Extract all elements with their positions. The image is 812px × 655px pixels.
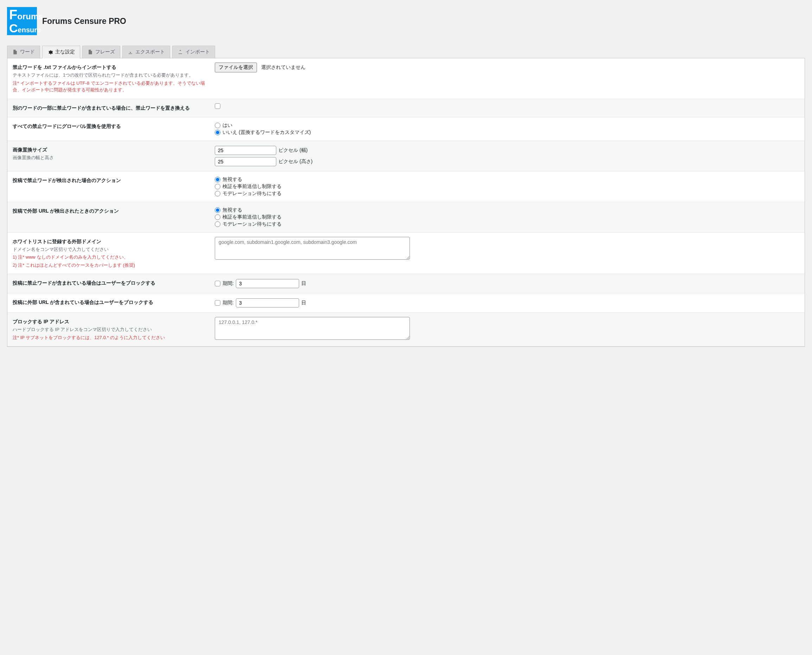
radio-global-no[interactable] xyxy=(215,130,220,135)
settings-panel: 禁止ワードを .txt ファイルからインポートする テキストファイルには、1つの… xyxy=(7,58,805,347)
upload-icon xyxy=(177,49,183,55)
input-image-width[interactable] xyxy=(215,146,276,155)
desc-image-size: 画像置換の幅と高さ xyxy=(13,154,208,161)
tabs: ワード 主な設定 フレーズ エクスポート インポート xyxy=(7,46,805,58)
radio-global-no-label[interactable]: いいえ (置換するワードをカスタマイズ) xyxy=(215,129,799,135)
document-icon xyxy=(12,49,18,55)
tab-export[interactable]: エクスポート xyxy=(122,46,170,58)
gear-icon xyxy=(48,49,53,55)
radio-word-moderate[interactable] xyxy=(215,191,220,197)
desc-block-ip: ハードブロックする IP アドレスをコンマ区切りで入力してください xyxy=(13,326,208,333)
radio-global-yes-label[interactable]: はい xyxy=(215,122,799,129)
file-status: 選択されていません xyxy=(261,64,305,70)
label-replace-substring: 別のワードの一部に禁止ワードが含まれている場合に、禁止ワードを置き換える xyxy=(13,105,208,112)
label-block-url: 投稿に外部 URL が含まれている場合はユーザーをブロックする xyxy=(13,299,208,306)
page-header: Forums Censure Forums Censure PRO xyxy=(7,7,805,35)
radio-word-ignore[interactable] xyxy=(215,177,220,182)
row-image-size: 画像置換サイズ 画像置換の幅と高さ ピクセル (幅) ピクセル (高さ) xyxy=(8,141,804,171)
tab-words[interactable]: ワード xyxy=(7,46,40,58)
desc-whitelist: ドメイン名をコンマ区切りで入力してください xyxy=(13,246,208,253)
textarea-whitelist[interactable] xyxy=(215,237,410,260)
input-block-word-days[interactable] xyxy=(236,279,299,288)
checkbox-replace-substring[interactable] xyxy=(215,103,220,109)
checkbox-block-url[interactable] xyxy=(215,300,220,306)
row-block-ip: ブロックする IP アドレス ハードブロックする IP アドレスをコンマ区切りで… xyxy=(8,313,804,346)
row-block-url-user: 投稿に外部 URL が含まれている場合はユーザーをブロックする 期間: 日 xyxy=(8,294,804,313)
input-block-url-days[interactable] xyxy=(236,298,299,308)
input-image-height[interactable] xyxy=(215,157,276,166)
document-icon xyxy=(88,49,93,55)
note-whitelist-2: 2) 注* これはほとんどすべてのケースをカバーします (推奨) xyxy=(13,262,208,269)
row-whitelist: ホワイトリストに登録する外部ドメイン ドメイン名をコンマ区切りで入力してください… xyxy=(8,232,804,274)
label-whitelist: ホワイトリストに登録する外部ドメイン xyxy=(13,238,208,245)
row-word-action: 投稿で禁止ワードが検出された場合のアクション 無視する 検証を事前送信し制限する… xyxy=(8,171,804,202)
download-icon xyxy=(128,49,133,55)
label-global-replace: すべての禁止ワードにグローバル置換を使用する xyxy=(13,123,208,130)
row-global-replace: すべての禁止ワードにグローバル置換を使用する はい いいえ (置換するワードをカ… xyxy=(8,117,804,141)
label-block-word: 投稿に禁止ワードが含まれている場合はユーザーをブロックする xyxy=(13,279,208,287)
choose-file-button[interactable]: ファイルを選択 xyxy=(215,63,257,72)
desc-import: テキストファイルには、1つの改行で区切られたワードが含まれている必要があります。 xyxy=(13,72,208,79)
tab-import[interactable]: インポート xyxy=(172,46,215,58)
textarea-block-ip[interactable] xyxy=(215,317,410,340)
label-word-action: 投稿で禁止ワードが検出された場合のアクション xyxy=(13,177,208,184)
logo: Forums Censure xyxy=(7,7,37,35)
checkbox-block-word[interactable] xyxy=(215,281,220,286)
note-block-ip: 注* IP サブネットをブロックするには、127.0.* のように入力してくださ… xyxy=(13,334,208,341)
label-url-action: 投稿で外部 URL が検出されたときのアクション xyxy=(13,207,208,215)
tab-phrases[interactable]: フレーズ xyxy=(82,46,120,58)
tab-main-settings[interactable]: 主な設定 xyxy=(42,46,80,58)
radio-url-restrict[interactable] xyxy=(215,214,220,220)
radio-url-moderate[interactable] xyxy=(215,221,220,227)
radio-global-yes[interactable] xyxy=(215,123,220,128)
radio-url-ignore[interactable] xyxy=(215,207,220,213)
row-block-word-user: 投稿に禁止ワードが含まれている場合はユーザーをブロックする 期間: 日 xyxy=(8,274,804,294)
label-image-size: 画像置換サイズ xyxy=(13,146,208,154)
note-whitelist-1: 1) 注* www なしのドメイン名のみを入力してください。 xyxy=(13,254,208,261)
row-replace-substring: 別のワードの一部に禁止ワードが含まれている場合に、禁止ワードを置き換える xyxy=(8,99,804,117)
note-import: 注* インポートするファイルは UTF-8 でエンコードされている必要があります… xyxy=(13,80,208,94)
label-import: 禁止ワードを .txt ファイルからインポートする xyxy=(13,64,208,71)
row-url-action: 投稿で外部 URL が検出されたときのアクション 無視する 検証を事前送信し制限… xyxy=(8,202,804,232)
label-block-ip: ブロックする IP アドレス xyxy=(13,318,208,325)
radio-word-restrict[interactable] xyxy=(215,184,220,189)
row-import-file: 禁止ワードを .txt ファイルからインポートする テキストファイルには、1つの… xyxy=(8,58,804,99)
page-title: Forums Censure PRO xyxy=(42,17,126,26)
